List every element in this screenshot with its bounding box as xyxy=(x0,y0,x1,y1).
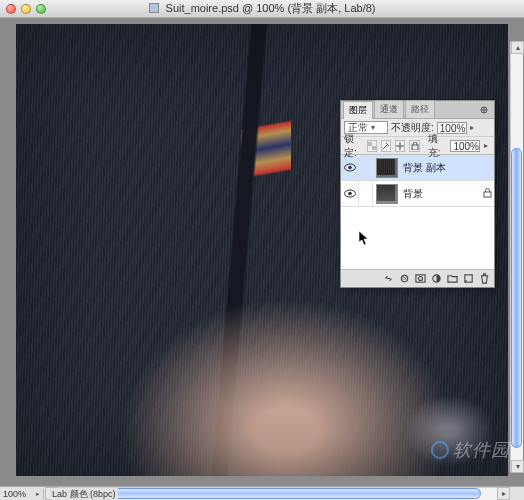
layer-row[interactable]: 背景 xyxy=(341,181,494,207)
fill-flyout-icon[interactable]: ▸ xyxy=(484,141,491,150)
layer-thumbnail[interactable] xyxy=(376,158,398,178)
link-column[interactable] xyxy=(359,181,373,206)
layer-group-button[interactable] xyxy=(445,272,459,286)
link-column[interactable] xyxy=(359,155,373,180)
delete-layer-button[interactable] xyxy=(477,272,491,286)
status-info[interactable]: Lab 颜色 (8bpc) xyxy=(50,488,118,500)
layer-row[interactable]: 背景 副本 xyxy=(341,155,494,181)
layer-name[interactable]: 背景 xyxy=(401,187,480,201)
svg-point-7 xyxy=(348,192,352,196)
layer-name[interactable]: 背景 副本 xyxy=(401,161,494,175)
eye-icon xyxy=(344,163,356,172)
chevron-right-icon: ▸ xyxy=(36,490,40,498)
lock-position-button[interactable] xyxy=(395,140,405,152)
svg-rect-8 xyxy=(484,192,491,197)
svg-rect-1 xyxy=(368,142,372,146)
tab-layers[interactable]: 图层 xyxy=(343,101,373,119)
layers-panel-footer: fx xyxy=(341,269,494,287)
layer-list: 背景 副本 背景 xyxy=(341,155,494,207)
lock-icon xyxy=(480,188,494,200)
svg-point-12 xyxy=(418,276,422,280)
svg-text:fx: fx xyxy=(402,275,407,281)
svg-rect-2 xyxy=(372,146,376,150)
link-layers-button[interactable] xyxy=(381,272,395,286)
tab-channels[interactable]: 通道 xyxy=(374,100,404,118)
layer-style-button[interactable]: fx xyxy=(397,272,411,286)
scroll-up-button[interactable]: ▴ xyxy=(511,41,524,54)
layer-mask-button[interactable] xyxy=(413,272,427,286)
panel-tab-strip: 图层 通道 路径 xyxy=(341,101,494,119)
eye-icon xyxy=(344,189,356,198)
lock-pixels-button[interactable] xyxy=(381,140,391,152)
lock-all-button[interactable] xyxy=(409,140,419,152)
visibility-toggle[interactable] xyxy=(341,181,359,206)
title-filename: Suit_moire.psd xyxy=(166,2,239,14)
title-mode: Lab/8 xyxy=(344,2,372,14)
zoom-value: 100% xyxy=(3,489,26,499)
title-layer: 背景 副本 xyxy=(291,2,338,14)
layer-thumbnail[interactable] xyxy=(376,184,398,204)
proxy-icon xyxy=(149,3,159,13)
visibility-toggle[interactable] xyxy=(341,155,359,180)
mouse-cursor xyxy=(358,230,370,246)
title-zoom: 100% xyxy=(256,2,284,14)
panel-menu-button[interactable] xyxy=(477,104,491,116)
layers-panel[interactable]: 图层 通道 路径 正常 ▾ 不透明度: 100% ▸ 锁定: 填充: 100% xyxy=(340,100,495,288)
canvas-area[interactable]: ▴ ▾ 图层 通道 路径 正常 ▾ 不透明度: 100% ▸ 锁定: xyxy=(0,18,524,486)
adjustment-layer-button[interactable] xyxy=(429,272,443,286)
fill-label: 填充: xyxy=(428,132,447,160)
svg-point-5 xyxy=(348,166,352,170)
status-bar: 100%▸ ◂ ▸ Lab 颜色 (8bpc) xyxy=(0,486,524,500)
scroll-right-button[interactable]: ▸ xyxy=(497,487,510,500)
scroll-down-button[interactable]: ▾ xyxy=(511,460,524,473)
zoom-field[interactable]: 100%▸ xyxy=(0,489,44,499)
horizontal-scrollbar-thumb[interactable] xyxy=(110,488,481,499)
vertical-scrollbar-thumb[interactable] xyxy=(511,148,522,448)
fill-input[interactable]: 100% xyxy=(450,140,480,152)
opacity-flyout-icon[interactable]: ▸ xyxy=(470,123,478,132)
document-title: Suit_moire.psd @ 100% (背景 副本, Lab/8) xyxy=(0,1,524,16)
svg-rect-3 xyxy=(412,145,418,150)
window-titlebar: Suit_moire.psd @ 100% (背景 副本, Lab/8) xyxy=(0,0,524,18)
lock-transparency-button[interactable] xyxy=(367,140,377,152)
new-layer-button[interactable] xyxy=(461,272,475,286)
tab-paths[interactable]: 路径 xyxy=(405,100,435,118)
chevron-down-icon: ▾ xyxy=(371,123,375,132)
